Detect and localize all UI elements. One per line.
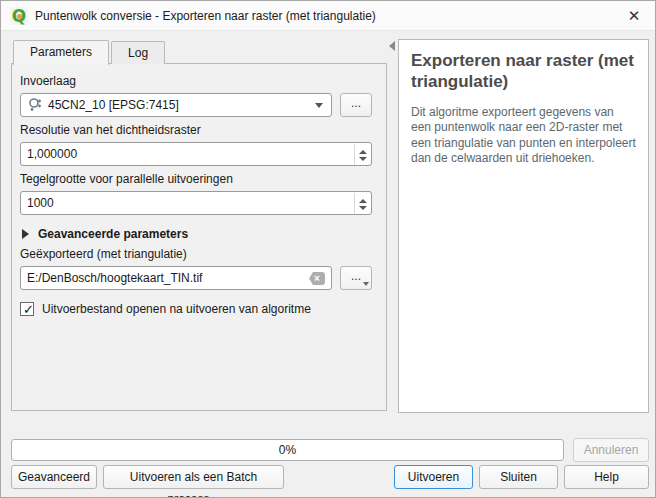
close-icon[interactable]: ✕ [613,1,655,30]
tab-bar: Parameters Log [13,41,167,64]
open-output-checkbox-row[interactable]: ✓ Uitvoerbestand openen na uitvoeren van… [20,302,378,316]
qgis-logo-icon: Q [10,7,28,25]
close-button[interactable]: Sluiten [479,465,558,489]
spinner-buttons[interactable] [354,193,370,214]
open-output-label: Uitvoerbestand openen na uitvoeren van a… [42,302,311,316]
spin-down-icon[interactable] [359,206,367,210]
spin-down-icon[interactable] [359,157,367,161]
input-layer-browse-button[interactable]: ... [340,93,372,117]
output-label: Geëxporteerd (met triangulatie) [20,247,378,261]
cancel-button[interactable]: Annuleren [573,438,649,462]
progress-bar: 0% [11,439,564,461]
tile-size-value: 1000 [27,196,54,210]
chevron-down-icon [363,282,369,286]
help-title: Exporteren naar raster (met triangulatie… [411,50,636,93]
spin-up-icon[interactable] [359,199,367,203]
title-bar: Q Puntenwolk conversie - Exporteren naar… [1,1,655,31]
open-output-checkbox[interactable]: ✓ [20,302,34,316]
resolution-value: 1,000000 [27,147,77,161]
tab-log[interactable]: Log [111,41,165,64]
tile-size-label: Tegelgrootte voor parallelle uitvoeringe… [20,172,378,186]
help-button[interactable]: Help [564,465,649,489]
output-browse-button[interactable]: ... [340,266,372,290]
help-description: Dit algoritme exporteert gegevens van ee… [411,105,636,167]
input-layer-label: Invoerlaag [20,74,378,88]
splitter-collapse-icon[interactable] [389,41,395,51]
tab-parameters[interactable]: Parameters [13,40,109,65]
output-path-value: E:/DenBosch/hoogtekaart_TIN.tif [27,271,202,285]
point-cloud-icon [27,97,43,113]
advanced-parameters-toggle[interactable]: Geavanceerde parameters [22,227,378,241]
collapse-arrow-icon [22,229,29,239]
tile-size-stepper[interactable]: 1000 [20,191,372,215]
clear-icon[interactable]: × [309,272,325,285]
chevron-down-icon [315,103,323,108]
resolution-label: Resolutie van het dichtheidsraster [20,123,378,137]
input-layer-select[interactable]: 45CN2_10 [EPSG:7415] [20,93,332,117]
spin-up-icon[interactable] [359,150,367,154]
resolution-stepper[interactable]: 1,000000 [20,142,372,166]
advanced-menu-button[interactable]: Geavanceerd [11,465,97,489]
run-button[interactable]: Uitvoeren [394,465,473,489]
input-layer-value: 45CN2_10 [EPSG:7415] [48,98,179,112]
advanced-parameters-label: Geavanceerde parameters [38,227,188,241]
help-panel: Exporteren naar raster (met triangulatie… [398,39,649,413]
parameters-pane: Invoerlaag 45CN2_10 [EPSG:7415] ... Re [11,63,387,411]
checkmark-icon: ✓ [23,302,34,317]
batch-process-button[interactable]: Uitvoeren als een Batch process... [103,465,284,489]
dialog-window: Q Puntenwolk conversie - Exporteren naar… [0,0,656,498]
window-title: Puntenwolk conversie - Exporteren naar r… [35,9,376,23]
spinner-buttons[interactable] [354,144,370,165]
parameters-form: Invoerlaag 45CN2_10 [EPSG:7415] ... Re [20,68,378,316]
output-path-input[interactable]: E:/DenBosch/hoogtekaart_TIN.tif × [20,266,332,290]
